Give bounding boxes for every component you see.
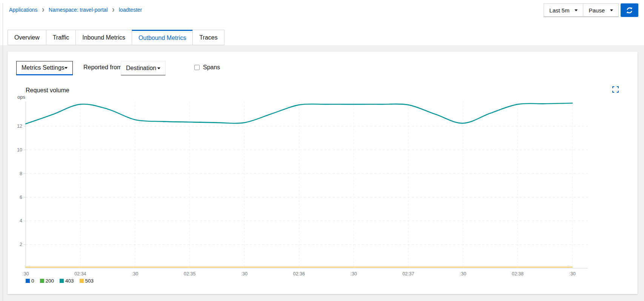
y-axis-unit-label: ops — [17, 94, 25, 100]
x-tick-label: 02:36 — [293, 271, 305, 277]
spans-control: Spans — [194, 64, 220, 71]
spans-label: Spans — [203, 64, 220, 71]
reporter-value: Destination — [126, 65, 156, 72]
metrics-settings-dropdown[interactable]: Metrics Settings — [16, 61, 73, 75]
tab-traffic[interactable]: Traffic — [46, 30, 76, 45]
chevron-down-icon — [575, 9, 578, 11]
x-tick-label: 02:34 — [74, 271, 86, 277]
breadcrumb: Applications Namespace: travel-portal lo… — [9, 7, 142, 13]
tab-overview[interactable]: Overview — [8, 30, 46, 45]
legend-swatch — [60, 279, 64, 283]
tab-traces[interactable]: Traces — [192, 30, 224, 45]
expand-chart-icon[interactable] — [612, 86, 619, 93]
y-tick-label: 6 — [20, 195, 22, 200]
refresh-controls: Last 5m Pause — [544, 3, 638, 17]
refresh-interval-value: Pause — [589, 7, 605, 14]
reporter-dropdown[interactable]: Destination — [121, 61, 166, 75]
x-tick-label: 02:38 — [512, 271, 523, 277]
duration-dropdown[interactable]: Last 5m — [544, 3, 583, 17]
x-tick-label: :30 — [22, 271, 29, 277]
y-tick-label: 12 — [17, 124, 22, 129]
legend-item-403[interactable]: 403 — [60, 278, 74, 284]
y-tick-label: 10 — [17, 147, 22, 153]
application-metrics-page: Applications Namespace: travel-portal lo… — [0, 0, 644, 301]
sync-icon — [626, 7, 633, 14]
reported-from-label: Reported from — [83, 64, 122, 71]
breadcrumb-link-loadtester[interactable]: loadtester — [119, 7, 142, 13]
legend-label: 503 — [85, 278, 94, 284]
request-volume-chart: :3002:34:3002:35:3002:36:3002:37:3002:38… — [8, 100, 638, 281]
tab-bar: Overview Traffic Inbound Metrics Outboun… — [8, 30, 224, 45]
y-tick-label: 2 — [20, 242, 22, 247]
x-tick-label: :30 — [460, 271, 466, 277]
series-line-403 — [26, 103, 572, 124]
tab-outbound-metrics[interactable]: Outbound Metrics — [132, 30, 193, 45]
chevron-down-icon — [157, 67, 160, 69]
metrics-card: Metrics Settings Reported from Destinati… — [8, 52, 638, 294]
chart-title: Request volume — [26, 87, 69, 94]
legend-label: 0 — [31, 278, 34, 284]
chevron-down-icon — [65, 67, 68, 69]
x-tick-label: :30 — [569, 271, 575, 277]
refresh-button[interactable] — [621, 3, 638, 17]
legend-item-0[interactable]: 0 — [26, 278, 34, 284]
duration-value: Last 5m — [549, 7, 569, 14]
chart-legend: 0200403503 — [26, 278, 94, 284]
chevron-down-icon — [610, 9, 613, 11]
legend-item-200[interactable]: 200 — [40, 278, 54, 284]
tab-inbound-metrics[interactable]: Inbound Metrics — [75, 30, 132, 45]
legend-swatch — [26, 279, 30, 283]
nav-edge-divider — [3, 3, 3, 301]
y-tick-label: 8 — [20, 171, 22, 176]
legend-item-503[interactable]: 503 — [80, 278, 94, 284]
legend-swatch — [40, 279, 44, 283]
chevron-right-icon — [42, 7, 45, 12]
chevron-right-icon — [112, 7, 115, 12]
metrics-settings-label: Metrics Settings — [22, 64, 65, 71]
legend-swatch — [80, 279, 84, 283]
x-tick-label: :30 — [241, 271, 247, 277]
legend-label: 200 — [46, 278, 54, 284]
legend-label: 403 — [65, 278, 74, 284]
breadcrumb-link-namespace[interactable]: Namespace: travel-portal — [49, 7, 108, 13]
refresh-interval-dropdown[interactable]: Pause — [583, 3, 619, 17]
x-tick-label: :30 — [350, 271, 357, 277]
x-tick-label: 02:37 — [403, 271, 414, 277]
y-tick-label: 4 — [20, 218, 22, 223]
breadcrumb-link-applications[interactable]: Applications — [9, 7, 38, 13]
x-tick-label: 02:35 — [184, 271, 195, 277]
x-tick-label: :30 — [132, 271, 138, 277]
spans-checkbox[interactable] — [194, 65, 200, 70]
